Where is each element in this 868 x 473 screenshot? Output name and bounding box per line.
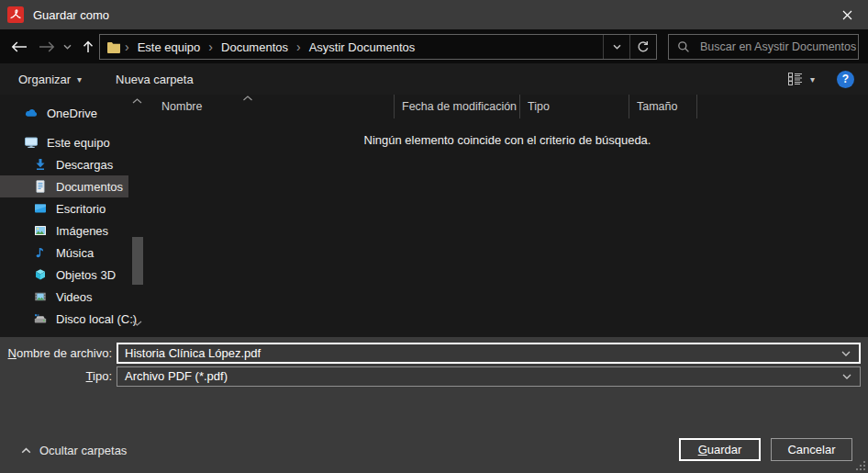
column-header-type[interactable]: Tipo: [520, 95, 629, 118]
sidebar-item-local-disk-c[interactable]: Disco local (C:): [0, 308, 128, 330]
filename-field-wrap: [117, 343, 861, 364]
forward-button[interactable]: [35, 29, 59, 63]
filetype-select[interactable]: Archivo PDF (*.pdf): [117, 366, 861, 387]
back-button[interactable]: [6, 29, 33, 63]
address-dropdown-button[interactable]: [603, 35, 629, 59]
sidebar-scrollbar[interactable]: [130, 95, 145, 337]
sidebar-item-label: Objetos 3D: [56, 268, 116, 282]
local-disk-icon: [33, 311, 48, 326]
dialog-footer: Nombre de archivo: Tipo: Archivo PDF (*.…: [0, 337, 868, 473]
resize-grip[interactable]: [855, 460, 866, 471]
breadcrumb-separator-icon: ›: [121, 39, 133, 54]
column-header-date-modified[interactable]: Fecha de modificación: [395, 95, 520, 118]
window-title: Guardar como: [33, 8, 109, 22]
music-icon: [33, 245, 48, 260]
hide-folders-label: Ocultar carpetas: [39, 444, 127, 457]
breadcrumb-separator-icon: ›: [205, 39, 217, 54]
sidebar-item-label: Disco local (C:): [56, 312, 137, 326]
folder-icon: [106, 41, 121, 53]
breadcrumb-separator-icon: ›: [293, 39, 305, 54]
navigation-pane: OneDrive Este equipo Descargas Documento…: [0, 95, 147, 337]
sidebar-item-label: Música: [56, 246, 94, 260]
scroll-up-icon[interactable]: [132, 98, 142, 104]
new-folder-button[interactable]: Nueva carpeta: [116, 73, 194, 86]
breadcrumb-documents[interactable]: Documentos: [217, 40, 293, 54]
search-box: [668, 34, 859, 60]
sidebar-item-label: Documentos: [56, 180, 123, 194]
desktop-icon: [33, 201, 48, 216]
recent-locations-button[interactable]: [59, 29, 75, 63]
up-button[interactable]: [77, 29, 99, 63]
dropdown-triangle-icon: ▾: [77, 74, 82, 84]
close-button[interactable]: [827, 0, 868, 29]
close-icon: [842, 10, 852, 20]
sidebar-item-desktop[interactable]: Escritorio: [0, 197, 128, 220]
sidebar-item-label: Este equipo: [47, 136, 110, 150]
back-arrow-icon: [11, 41, 28, 52]
onedrive-icon: [24, 106, 39, 120]
sidebar-item-onedrive[interactable]: OneDrive: [0, 102, 128, 124]
forward-arrow-icon: [39, 41, 55, 52]
documents-icon: [33, 179, 48, 194]
downloads-icon: [33, 157, 48, 172]
sidebar-item-3d-objects[interactable]: Objetos 3D: [0, 264, 128, 286]
chevron-down-icon: [613, 44, 621, 50]
organize-label: Organizar: [18, 73, 71, 86]
refresh-icon: [637, 40, 650, 53]
column-header-size[interactable]: Tamaño: [629, 95, 697, 118]
sidebar-item-videos[interactable]: Videos: [0, 286, 128, 308]
computer-icon: [24, 135, 39, 150]
filetype-value: Archivo PDF (*.pdf): [125, 369, 228, 383]
filetype-label: Tipo:: [0, 369, 112, 383]
chevron-down-icon[interactable]: [842, 374, 851, 379]
pictures-icon: [33, 223, 48, 238]
file-list: Nombre Fecha de modificación Tipo Tamaño…: [147, 95, 868, 337]
breadcrumb-current-folder[interactable]: Asystir Documentos: [305, 40, 420, 54]
sidebar-item-label: OneDrive: [47, 107, 97, 120]
save-button[interactable]: Guardar: [679, 438, 761, 461]
column-header-name[interactable]: Nombre: [154, 95, 395, 118]
chevron-up-icon: [21, 447, 31, 454]
up-arrow-icon: [83, 40, 94, 53]
search-icon: [669, 40, 690, 53]
acrobat-app-icon: [7, 6, 24, 23]
filename-label: Nombre de archivo:: [0, 346, 112, 360]
column-headers: Nombre Fecha de modificación Tipo Tamaño: [154, 95, 697, 118]
command-toolbar: Organizar ▾ Nueva carpeta ▾ ?: [0, 63, 868, 95]
scroll-down-icon[interactable]: [132, 321, 142, 326]
sidebar-item-downloads[interactable]: Descargas: [0, 153, 128, 175]
address-bar[interactable]: › Este equipo › Documentos › Asystir Doc…: [99, 34, 657, 60]
sidebar-item-label: Videos: [56, 290, 93, 304]
sidebar-item-this-pc[interactable]: Este equipo: [0, 131, 128, 153]
organize-menu-button[interactable]: Organizar ▾: [18, 73, 82, 86]
chevron-down-icon[interactable]: [841, 351, 851, 356]
chevron-down-icon: [63, 44, 72, 50]
sidebar-item-label: Descargas: [56, 158, 113, 172]
sidebar-item-label: Escritorio: [56, 202, 106, 216]
hide-folders-button[interactable]: Ocultar carpetas: [13, 444, 127, 457]
view-mode-button[interactable]: ▾: [788, 73, 815, 85]
sidebar-item-pictures[interactable]: Imágenes: [0, 220, 128, 242]
details-view-icon: [788, 73, 803, 85]
breadcrumb-this-pc[interactable]: Este equipo: [133, 40, 206, 54]
videos-icon: [33, 289, 48, 304]
empty-folder-message: Ningún elemento coincide con el criterio…: [147, 133, 868, 147]
help-icon: ?: [842, 73, 849, 85]
new-folder-label: Nueva carpeta: [116, 73, 194, 86]
dropdown-triangle-icon: ▾: [810, 74, 815, 84]
cancel-button[interactable]: Cancelar: [771, 438, 852, 461]
titlebar: Guardar como: [0, 0, 868, 29]
filename-input[interactable]: [118, 344, 859, 362]
help-button[interactable]: ?: [837, 71, 854, 88]
sort-ascending-icon: [242, 96, 253, 101]
sidebar-item-label: Imágenes: [56, 224, 108, 238]
save-as-dialog: Guardar como › Este equipo › Documen: [0, 0, 868, 473]
sidebar-item-music[interactable]: Música: [0, 242, 128, 264]
scrollbar-thumb[interactable]: [132, 237, 143, 285]
sidebar-item-documents[interactable]: Documentos: [0, 175, 128, 197]
search-input[interactable]: [698, 39, 858, 54]
navigation-bar: › Este equipo › Documentos › Asystir Doc…: [0, 29, 868, 63]
3d-objects-icon: [33, 267, 48, 282]
refresh-button[interactable]: [629, 35, 656, 59]
